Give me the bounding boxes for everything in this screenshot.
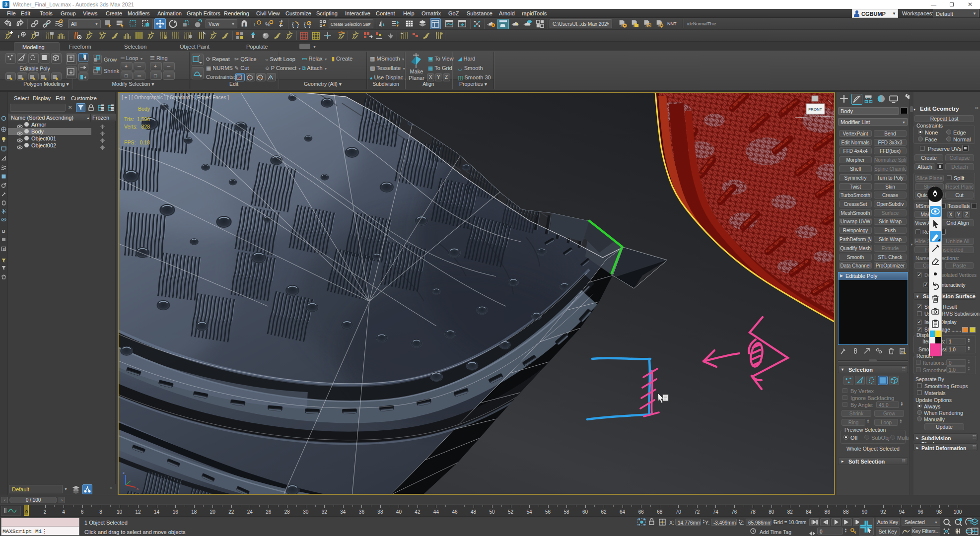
svg-text:FPS:: FPS:: [124, 139, 136, 145]
svg-text:}: }: [297, 21, 299, 28]
svg-text:Verts:: Verts:: [124, 124, 138, 130]
svg-text:FRONT: FRONT: [808, 107, 822, 112]
svg-text:1,506: 1,506: [137, 116, 150, 122]
svg-text:i: i: [18, 32, 20, 40]
svg-text:E: E: [3, 248, 5, 251]
svg-text:B: B: [2, 229, 5, 234]
svg-text:{: {: [292, 21, 294, 28]
svg-text:828: 828: [141, 124, 150, 130]
svg-text:▼: ▼: [199, 74, 202, 78]
svg-text:▼: ▼: [199, 61, 202, 65]
svg-text:z: z: [123, 470, 125, 475]
svg-text:0.18: 0.18: [140, 139, 150, 145]
svg-text:Body: Body: [138, 106, 150, 112]
svg-text:3: 3: [244, 24, 246, 28]
svg-text:x: x: [137, 486, 139, 491]
svg-text:Tris:: Tris:: [124, 116, 134, 122]
svg-text:{: {: [304, 21, 306, 28]
svg-text:%: %: [265, 21, 270, 27]
svg-text:[ + ] [ Orthographic ] [ Stand: [ + ] [ Orthographic ] [ Standard ] [ Ed…: [122, 95, 229, 100]
